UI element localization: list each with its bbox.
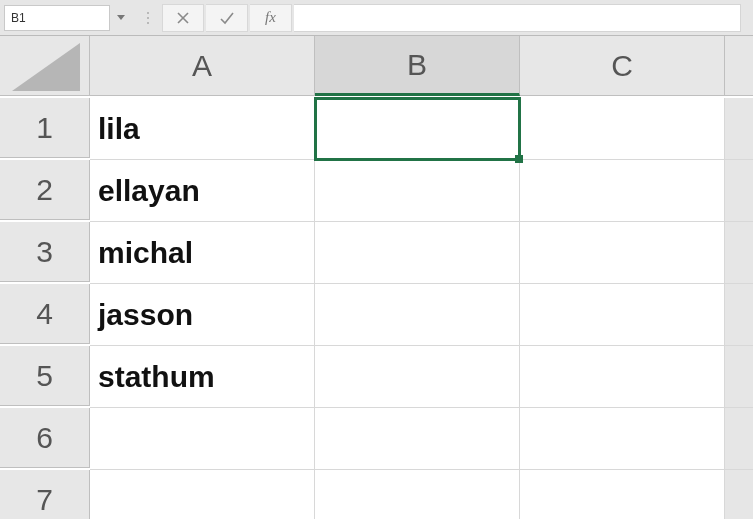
cell-extra bbox=[725, 346, 753, 408]
cell-B2[interactable] bbox=[315, 160, 520, 222]
name-box-dropdown[interactable] bbox=[112, 5, 130, 31]
row-header-6[interactable]: 6 bbox=[0, 408, 90, 468]
formula-bar: B1 fx bbox=[0, 0, 753, 36]
column-header-label: A bbox=[192, 49, 212, 83]
name-box[interactable]: B1 bbox=[4, 5, 110, 31]
cell-B7[interactable] bbox=[315, 470, 520, 519]
cell-A5[interactable]: stathum bbox=[90, 346, 315, 408]
row-header-label: 7 bbox=[36, 483, 53, 517]
column-header-B[interactable]: B bbox=[315, 36, 520, 96]
cell-value: stathum bbox=[98, 360, 215, 394]
row-header-7[interactable]: 7 bbox=[0, 470, 90, 519]
x-icon bbox=[176, 11, 190, 25]
formula-input[interactable] bbox=[294, 4, 741, 32]
cell-A4[interactable]: jasson bbox=[90, 284, 315, 346]
cell-B4[interactable] bbox=[315, 284, 520, 346]
cell-A7[interactable] bbox=[90, 470, 315, 519]
cell-extra bbox=[725, 160, 753, 222]
cell-A3[interactable]: michal bbox=[90, 222, 315, 284]
cell-C7[interactable] bbox=[520, 470, 725, 519]
row-header-label: 3 bbox=[36, 235, 53, 269]
cell-C3[interactable] bbox=[520, 222, 725, 284]
cell-A6[interactable] bbox=[90, 408, 315, 470]
accept-button[interactable] bbox=[206, 4, 248, 32]
cell-B5[interactable] bbox=[315, 346, 520, 408]
column-header-A[interactable]: A bbox=[90, 36, 315, 96]
cell-C5[interactable] bbox=[520, 346, 725, 408]
row-header-label: 6 bbox=[36, 421, 53, 455]
cell-A1[interactable]: lila bbox=[90, 98, 315, 160]
row-header-label: 5 bbox=[36, 359, 53, 393]
insert-function-button[interactable]: fx bbox=[250, 4, 292, 32]
column-header-label: B bbox=[407, 48, 427, 82]
row-header-4[interactable]: 4 bbox=[0, 284, 90, 344]
select-all-corner[interactable] bbox=[0, 36, 90, 96]
cell-C2[interactable] bbox=[520, 160, 725, 222]
select-all-triangle-icon bbox=[12, 43, 80, 91]
column-header-C[interactable]: C bbox=[520, 36, 725, 96]
fx-icon: fx bbox=[265, 9, 276, 26]
cell-C4[interactable] bbox=[520, 284, 725, 346]
cell-B6[interactable] bbox=[315, 408, 520, 470]
row-header-label: 2 bbox=[36, 173, 53, 207]
column-header-extra bbox=[725, 36, 753, 96]
row-header-label: 1 bbox=[36, 111, 53, 145]
spreadsheet-grid: A B C 1 lila 2 ellayan 3 michal 4 jasson… bbox=[0, 36, 753, 519]
row-header-2[interactable]: 2 bbox=[0, 160, 90, 220]
cell-value: lila bbox=[98, 112, 140, 146]
cell-value: ellayan bbox=[98, 174, 200, 208]
row-header-5[interactable]: 5 bbox=[0, 346, 90, 406]
cell-extra bbox=[725, 98, 753, 160]
cell-C6[interactable] bbox=[520, 408, 725, 470]
cell-extra bbox=[725, 470, 753, 519]
cell-A2[interactable]: ellayan bbox=[90, 160, 315, 222]
cell-value: michal bbox=[98, 236, 193, 270]
cell-C1[interactable] bbox=[520, 98, 725, 160]
cell-value: jasson bbox=[98, 298, 193, 332]
cancel-button[interactable] bbox=[162, 4, 204, 32]
chevron-down-icon bbox=[117, 15, 125, 20]
check-icon bbox=[219, 11, 235, 25]
cell-extra bbox=[725, 284, 753, 346]
cell-extra bbox=[725, 408, 753, 470]
row-header-label: 4 bbox=[36, 297, 53, 331]
cell-extra bbox=[725, 222, 753, 284]
name-box-value: B1 bbox=[11, 11, 26, 25]
cell-B1[interactable] bbox=[315, 98, 520, 160]
separator-dots-icon bbox=[142, 12, 154, 24]
row-header-1[interactable]: 1 bbox=[0, 98, 90, 158]
column-header-label: C bbox=[611, 49, 633, 83]
row-header-3[interactable]: 3 bbox=[0, 222, 90, 282]
cell-B3[interactable] bbox=[315, 222, 520, 284]
